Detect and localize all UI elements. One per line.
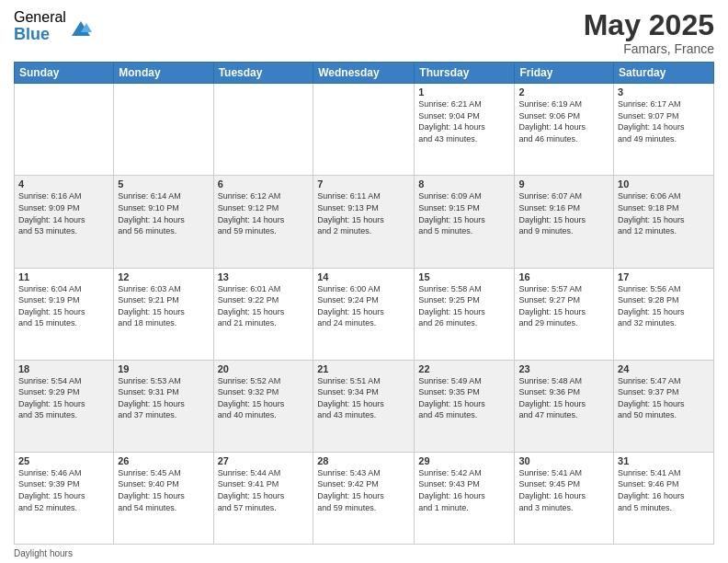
logo-icon (68, 14, 94, 40)
calendar-cell: 25Sunrise: 5:46 AM Sunset: 9:39 PM Dayli… (15, 452, 114, 544)
day-number: 15 (418, 271, 510, 282)
col-wednesday: Wednesday (313, 63, 415, 84)
calendar-cell: 13Sunrise: 6:01 AM Sunset: 9:22 PM Dayli… (213, 268, 313, 360)
calendar-cell: 5Sunrise: 6:14 AM Sunset: 9:10 PM Daylig… (114, 176, 213, 268)
calendar-cell: 29Sunrise: 5:42 AM Sunset: 9:43 PM Dayli… (415, 452, 515, 544)
day-number: 19 (118, 363, 209, 374)
day-info: Sunrise: 5:54 AM Sunset: 9:29 PM Dayligh… (18, 375, 109, 421)
day-number: 2 (518, 86, 609, 98)
calendar-cell: 27Sunrise: 5:44 AM Sunset: 9:41 PM Dayli… (213, 452, 313, 544)
calendar-cell: 28Sunrise: 5:43 AM Sunset: 9:42 PM Dayli… (313, 452, 415, 544)
day-number: 21 (317, 363, 410, 374)
calendar-cell (313, 84, 415, 176)
calendar-cell: 1Sunrise: 6:21 AM Sunset: 9:04 PM Daylig… (415, 84, 515, 176)
day-info: Sunrise: 6:09 AM Sunset: 9:15 PM Dayligh… (418, 190, 510, 236)
day-number: 16 (518, 271, 609, 282)
day-number: 25 (18, 455, 109, 466)
col-friday: Friday (515, 63, 614, 84)
day-number: 5 (118, 178, 209, 190)
calendar-cell: 26Sunrise: 5:45 AM Sunset: 9:40 PM Dayli… (114, 452, 213, 544)
day-info: Sunrise: 5:53 AM Sunset: 9:31 PM Dayligh… (118, 375, 209, 421)
day-info: Sunrise: 5:45 AM Sunset: 9:40 PM Dayligh… (118, 467, 209, 513)
calendar-cell: 12Sunrise: 6:03 AM Sunset: 9:21 PM Dayli… (114, 268, 213, 360)
day-number: 1 (418, 86, 510, 98)
day-info: Sunrise: 5:43 AM Sunset: 9:42 PM Dayligh… (317, 467, 410, 513)
day-info: Sunrise: 6:06 AM Sunset: 9:18 PM Dayligh… (618, 190, 710, 236)
day-info: Sunrise: 6:12 AM Sunset: 9:12 PM Dayligh… (218, 190, 310, 236)
calendar-cell: 17Sunrise: 5:56 AM Sunset: 9:28 PM Dayli… (614, 268, 714, 360)
calendar-cell: 8Sunrise: 6:09 AM Sunset: 9:15 PM Daylig… (415, 176, 515, 268)
day-info: Sunrise: 6:17 AM Sunset: 9:07 PM Dayligh… (618, 98, 710, 144)
calendar-cell: 11Sunrise: 6:04 AM Sunset: 9:19 PM Dayli… (15, 268, 114, 360)
calendar-cell: 19Sunrise: 5:53 AM Sunset: 9:31 PM Dayli… (114, 360, 213, 452)
calendar-cell: 30Sunrise: 5:41 AM Sunset: 9:45 PM Dayli… (515, 452, 614, 544)
day-number: 6 (218, 178, 310, 190)
calendar-cell (213, 84, 313, 176)
logo: General Blue (14, 9, 94, 43)
col-monday: Monday (114, 63, 213, 84)
logo-general: General (14, 9, 66, 26)
col-thursday: Thursday (415, 63, 515, 84)
day-number: 3 (618, 86, 710, 98)
calendar-cell: 2Sunrise: 6:19 AM Sunset: 9:06 PM Daylig… (515, 84, 614, 176)
calendar-cell: 14Sunrise: 6:00 AM Sunset: 9:24 PM Dayli… (313, 268, 415, 360)
title-block: May 2025 Famars, France (584, 9, 714, 56)
calendar-week-5: 25Sunrise: 5:46 AM Sunset: 9:39 PM Dayli… (15, 452, 714, 544)
day-info: Sunrise: 5:48 AM Sunset: 9:36 PM Dayligh… (518, 375, 609, 421)
calendar-cell: 6Sunrise: 6:12 AM Sunset: 9:12 PM Daylig… (213, 176, 313, 268)
day-number: 24 (618, 363, 710, 374)
day-number: 29 (418, 455, 510, 466)
day-number: 11 (18, 271, 109, 282)
calendar-cell: 10Sunrise: 6:06 AM Sunset: 9:18 PM Dayli… (614, 176, 714, 268)
day-number: 28 (317, 455, 410, 466)
day-info: Sunrise: 6:07 AM Sunset: 9:16 PM Dayligh… (518, 190, 609, 236)
day-info: Sunrise: 5:58 AM Sunset: 9:25 PM Dayligh… (418, 283, 510, 329)
day-number: 27 (218, 455, 310, 466)
day-number: 18 (18, 363, 109, 374)
day-number: 13 (218, 271, 310, 282)
calendar-week-3: 11Sunrise: 6:04 AM Sunset: 9:19 PM Dayli… (15, 268, 714, 360)
col-tuesday: Tuesday (213, 63, 313, 84)
day-info: Sunrise: 6:21 AM Sunset: 9:04 PM Dayligh… (418, 98, 510, 144)
calendar-header-row: Sunday Monday Tuesday Wednesday Thursday… (15, 63, 714, 84)
day-info: Sunrise: 5:47 AM Sunset: 9:37 PM Dayligh… (618, 375, 710, 421)
day-info: Sunrise: 6:19 AM Sunset: 9:06 PM Dayligh… (518, 98, 609, 144)
day-number: 31 (618, 455, 710, 466)
footer: Daylight hours (14, 548, 714, 558)
day-info: Sunrise: 5:41 AM Sunset: 9:45 PM Dayligh… (518, 467, 609, 513)
col-saturday: Saturday (614, 63, 714, 84)
calendar-cell (15, 84, 114, 176)
day-info: Sunrise: 6:11 AM Sunset: 9:13 PM Dayligh… (317, 190, 410, 236)
calendar-cell: 31Sunrise: 5:41 AM Sunset: 9:46 PM Dayli… (614, 452, 714, 544)
calendar-cell: 7Sunrise: 6:11 AM Sunset: 9:13 PM Daylig… (313, 176, 415, 268)
calendar: Sunday Monday Tuesday Wednesday Thursday… (14, 62, 714, 545)
day-number: 9 (518, 178, 609, 190)
calendar-cell: 16Sunrise: 5:57 AM Sunset: 9:27 PM Dayli… (515, 268, 614, 360)
calendar-cell: 20Sunrise: 5:52 AM Sunset: 9:32 PM Dayli… (213, 360, 313, 452)
calendar-cell: 22Sunrise: 5:49 AM Sunset: 9:35 PM Dayli… (415, 360, 515, 452)
day-info: Sunrise: 5:44 AM Sunset: 9:41 PM Dayligh… (218, 467, 310, 513)
month-title: May 2025 (584, 9, 714, 41)
calendar-cell: 18Sunrise: 5:54 AM Sunset: 9:29 PM Dayli… (15, 360, 114, 452)
calendar-cell: 24Sunrise: 5:47 AM Sunset: 9:37 PM Dayli… (614, 360, 714, 452)
day-info: Sunrise: 5:42 AM Sunset: 9:43 PM Dayligh… (418, 467, 510, 513)
day-number: 23 (518, 363, 609, 374)
day-number: 26 (118, 455, 209, 466)
logo-text: General Blue (14, 9, 66, 43)
day-number: 10 (618, 178, 710, 190)
day-number: 12 (118, 271, 209, 282)
day-info: Sunrise: 6:00 AM Sunset: 9:24 PM Dayligh… (317, 283, 410, 329)
day-number: 4 (18, 178, 109, 190)
calendar-cell: 9Sunrise: 6:07 AM Sunset: 9:16 PM Daylig… (515, 176, 614, 268)
day-info: Sunrise: 6:01 AM Sunset: 9:22 PM Dayligh… (218, 283, 310, 329)
calendar-cell: 21Sunrise: 5:51 AM Sunset: 9:34 PM Dayli… (313, 360, 415, 452)
calendar-cell: 23Sunrise: 5:48 AM Sunset: 9:36 PM Dayli… (515, 360, 614, 452)
day-info: Sunrise: 5:46 AM Sunset: 9:39 PM Dayligh… (18, 467, 109, 513)
calendar-week-2: 4Sunrise: 6:16 AM Sunset: 9:09 PM Daylig… (15, 176, 714, 268)
day-number: 8 (418, 178, 510, 190)
day-info: Sunrise: 6:04 AM Sunset: 9:19 PM Dayligh… (18, 283, 109, 329)
day-info: Sunrise: 6:16 AM Sunset: 9:09 PM Dayligh… (18, 190, 109, 236)
calendar-cell: 15Sunrise: 5:58 AM Sunset: 9:25 PM Dayli… (415, 268, 515, 360)
page: General Blue May 2025 Famars, France Sun… (0, 0, 728, 563)
calendar-cell: 4Sunrise: 6:16 AM Sunset: 9:09 PM Daylig… (15, 176, 114, 268)
